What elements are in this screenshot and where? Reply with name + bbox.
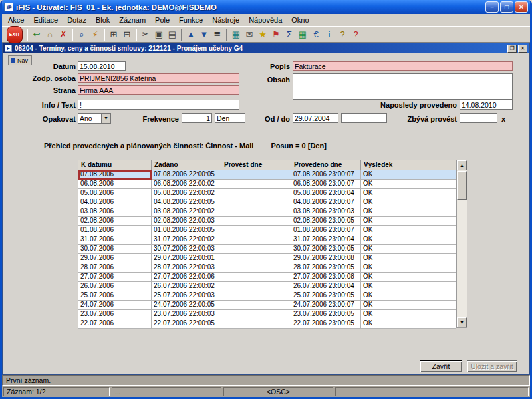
table-cell[interactable]: 27.07.2006 23:00:08 xyxy=(291,273,361,282)
table-cell[interactable]: 28.07.2006 22:00:03 xyxy=(152,263,221,273)
table-cell[interactable] xyxy=(221,235,291,245)
table-cell[interactable]: OK xyxy=(361,180,456,189)
flag-icon[interactable]: ⚑ xyxy=(269,28,283,41)
table-cell[interactable]: 04.08.2006 xyxy=(78,198,152,207)
table-cell[interactable]: 03.08.2006 xyxy=(78,207,152,217)
table-cell[interactable]: 01.08.2006 23:00:07 xyxy=(291,226,361,235)
menu-item-funkce[interactable]: Funkce xyxy=(174,15,207,25)
table-cell[interactable]: 29.07.2006 22:00:01 xyxy=(152,254,221,263)
mdi-close-icon[interactable]: ✕ xyxy=(518,45,527,53)
table-cell[interactable] xyxy=(221,282,291,291)
sum-icon[interactable]: Σ xyxy=(283,28,296,41)
menu-item-nastroje[interactable]: Nástroje xyxy=(207,15,244,25)
menu-item-editace[interactable]: Editace xyxy=(29,15,63,25)
table-cell[interactable]: 02.08.2006 23:00:05 xyxy=(291,217,361,226)
table-cell[interactable]: 07.08.2006 23:00:07 xyxy=(291,170,361,180)
export-excel-icon[interactable]: ▦ xyxy=(296,28,309,41)
table-row[interactable]: 25.07.200625.07.2006 22:00:0325.07.2006 … xyxy=(78,291,456,301)
table-cell[interactable]: 31.07.2006 23:00:04 xyxy=(291,235,361,245)
table-cell[interactable]: OK xyxy=(361,319,456,329)
cancel-icon[interactable]: ✗ xyxy=(57,28,70,41)
table-cell[interactable]: 02.08.2006 22:00:03 xyxy=(152,217,221,226)
table-cell[interactable] xyxy=(221,198,291,207)
scrollbar-down-icon[interactable]: ▼ xyxy=(457,317,467,327)
table-cell[interactable]: 28.07.2006 23:00:05 xyxy=(291,263,361,273)
scroll-up-icon[interactable]: ▲ xyxy=(184,28,198,41)
table-cell[interactable] xyxy=(221,180,291,189)
table-cell[interactable]: 31.07.2006 22:00:02 xyxy=(152,235,221,245)
table-cell[interactable]: OK xyxy=(361,282,456,291)
table-cell[interactable] xyxy=(221,254,291,263)
list-values-icon[interactable]: ≣ xyxy=(211,28,224,41)
table-cell[interactable]: 24.07.2006 22:00:05 xyxy=(152,301,221,310)
table-cell[interactable]: 23.07.2006 22:00:03 xyxy=(152,310,221,319)
table-cell[interactable]: OK xyxy=(361,198,456,207)
cut-icon[interactable]: ✂ xyxy=(139,28,152,41)
table-cell[interactable]: OK xyxy=(361,217,456,226)
table-cell[interactable]: 26.07.2006 xyxy=(78,282,152,291)
execute-query-icon[interactable]: ⚡ xyxy=(88,28,102,41)
scroll-down-icon[interactable]: ▼ xyxy=(198,28,211,41)
table-cell[interactable]: 07.08.2006 22:00:05 xyxy=(152,170,221,180)
table-cell[interactable] xyxy=(221,301,291,310)
table-row[interactable]: 30.07.200630.07.2006 22:00:0330.07.2006 … xyxy=(78,245,456,254)
table-row[interactable]: 03.08.200603.08.2006 22:00:0203.08.2006 … xyxy=(78,207,456,217)
frekvence-field[interactable] xyxy=(182,113,212,123)
table-cell[interactable]: 24.07.2006 23:00:07 xyxy=(291,301,361,310)
opakovat-select[interactable]: Ano ▼ xyxy=(78,113,111,124)
info-text-field[interactable] xyxy=(78,100,239,110)
table-cell[interactable]: OK xyxy=(361,263,456,273)
frekvence-unit-field[interactable] xyxy=(215,113,245,123)
table-cell[interactable] xyxy=(221,217,291,226)
copy-icon[interactable]: ▣ xyxy=(152,28,166,41)
table-cell[interactable]: OK xyxy=(361,189,456,198)
naposledy-provedeno-field[interactable] xyxy=(460,100,513,110)
menu-item-dotaz[interactable]: Dotaz xyxy=(63,15,91,25)
table-cell[interactable]: 29.07.2006 xyxy=(78,254,152,263)
table-cell[interactable]: 27.07.2006 xyxy=(78,273,152,282)
table-cell[interactable]: 30.07.2006 22:00:03 xyxy=(152,245,221,254)
table-row[interactable]: 27.07.200627.07.2006 22:00:0627.07.2006 … xyxy=(78,273,456,282)
table-cell[interactable]: 03.08.2006 22:00:02 xyxy=(152,207,221,217)
table-row[interactable]: 23.07.200623.07.2006 22:00:0323.07.2006 … xyxy=(78,310,456,319)
do-field[interactable] xyxy=(341,113,387,123)
table-cell[interactable] xyxy=(221,226,291,235)
menu-item-blok[interactable]: Blok xyxy=(91,15,114,25)
table-cell[interactable]: 26.07.2006 23:00:04 xyxy=(291,282,361,291)
table-row[interactable]: 01.08.200601.08.2006 22:00:0501.08.2006 … xyxy=(78,226,456,235)
table-cell[interactable]: 25.07.2006 22:00:03 xyxy=(152,291,221,301)
table-cell[interactable]: 01.08.2006 xyxy=(78,226,152,235)
enter-query-icon[interactable]: ⌕ xyxy=(75,28,88,41)
table-cell[interactable]: 07.08.2006 xyxy=(78,170,152,180)
table-row[interactable]: 29.07.200629.07.2006 22:00:0129.07.2006 … xyxy=(78,254,456,263)
popis-field[interactable] xyxy=(293,61,513,71)
table-cell[interactable] xyxy=(221,207,291,217)
table-cell[interactable]: 22.07.2006 22:00:05 xyxy=(152,319,221,329)
context-help-icon[interactable]: ? xyxy=(349,28,362,41)
mail-icon[interactable]: ✉ xyxy=(243,28,256,41)
table-cell[interactable]: 22.07.2006 xyxy=(78,319,152,329)
exit-icon[interactable]: EXIT xyxy=(5,28,25,41)
table-cell[interactable]: OK xyxy=(361,254,456,263)
table-cell[interactable]: 05.08.2006 22:00:02 xyxy=(152,189,221,198)
table-cell[interactable]: OK xyxy=(361,207,456,217)
table-row[interactable]: 07.08.200607.08.2006 22:00:0507.08.2006 … xyxy=(78,170,456,180)
table-row[interactable]: 26.07.200626.07.2006 22:00:0226.07.2006 … xyxy=(78,282,456,291)
table-row[interactable]: 04.08.200604.08.2006 22:00:0504.08.2006 … xyxy=(78,198,456,207)
obsah-field[interactable] xyxy=(293,73,513,100)
table-row[interactable]: 05.08.200605.08.2006 22:00:0205.08.2006 … xyxy=(78,189,456,198)
table-cell[interactable]: OK xyxy=(361,273,456,282)
table-cell[interactable] xyxy=(221,310,291,319)
table-cell[interactable] xyxy=(221,319,291,329)
table-cell[interactable] xyxy=(221,245,291,254)
info-icon[interactable]: i xyxy=(323,28,336,41)
zbyva-provest-field[interactable] xyxy=(460,113,497,123)
table-cell[interactable]: 05.08.2006 xyxy=(78,189,152,198)
od-field[interactable] xyxy=(293,113,338,123)
menu-item-pole[interactable]: Pole xyxy=(150,15,174,25)
table-cell[interactable]: 25.07.2006 23:00:05 xyxy=(291,291,361,301)
table-cell[interactable]: 23.07.2006 xyxy=(78,310,152,319)
table-cell[interactable]: OK xyxy=(361,310,456,319)
table-cell[interactable]: 06.08.2006 23:00:07 xyxy=(291,180,361,189)
table-row[interactable]: 28.07.200628.07.2006 22:00:0328.07.2006 … xyxy=(78,263,456,273)
